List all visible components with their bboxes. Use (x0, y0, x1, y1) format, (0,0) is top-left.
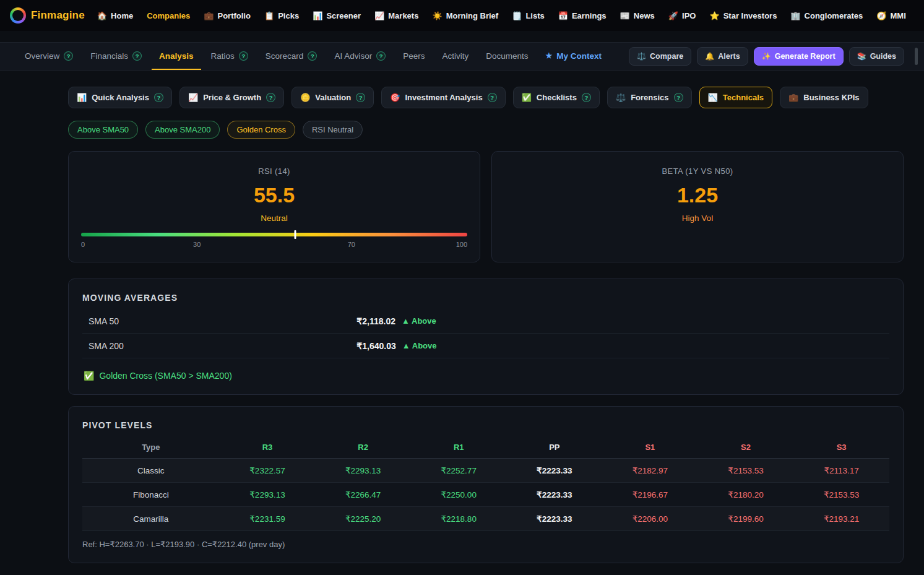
pivot-cell: ₹2266.47 (315, 483, 411, 507)
price-growth-icon: 📈 (188, 93, 198, 102)
topnav-item-mmi[interactable]: 🧭 MMI (876, 11, 906, 20)
tab-ratios[interactable]: Ratios ? (204, 43, 256, 70)
topnav-item-ipo[interactable]: 🚀 IPO (668, 11, 696, 20)
subtab-label: Checklists (537, 93, 577, 102)
valuation-icon: 🪙 (300, 93, 310, 102)
topnav-item-label: News (634, 11, 655, 20)
topnav-item-lists[interactable]: 🗒️ Lists (512, 11, 545, 20)
pivot-reference-line: Ref: H=₹2263.70 · L=₹2193.90 · C=₹2212.4… (82, 531, 889, 549)
gauge-tick: 30 (193, 241, 201, 248)
compare-button[interactable]: ⚖️ Compare (629, 47, 691, 66)
help-icon[interactable]: ? (266, 93, 275, 102)
help-icon[interactable]: ? (488, 93, 497, 102)
tab-ai-advisor[interactable]: AI Advisor ? (327, 43, 393, 70)
help-icon[interactable]: ? (356, 93, 365, 102)
subtab-label: Investment Analysis (405, 93, 482, 102)
help-icon[interactable]: ? (376, 51, 386, 61)
tab-label: Scorecard (266, 51, 304, 61)
tab-activity[interactable]: Activity (434, 43, 476, 70)
quick-analysis-icon: 📊 (77, 93, 87, 102)
company-tabs: Overview ? Financials ? Analysis Ratios … (17, 43, 609, 70)
topnav-item-markets[interactable]: 📈 Markets (374, 11, 418, 20)
topnav-item-home[interactable]: 🏠 Home (97, 11, 133, 20)
topnav-item-portfolio[interactable]: 💼 Portfolio (204, 11, 251, 20)
star-investors-icon: ⭐ (709, 11, 719, 20)
topnav-item-label: Conglomerates (805, 11, 863, 20)
alerts-button[interactable]: 🔔 Alerts (697, 47, 748, 66)
topnav-item-companies[interactable]: Companies (147, 11, 190, 20)
brand[interactable]: Finmagine (10, 7, 85, 24)
pivot-levels-card: PIVOT LEVELS Type R3 R2 R1 PP S1 S2 S3 C… (68, 406, 904, 563)
topnav-item-screener[interactable]: 📊 Screener (313, 11, 361, 20)
tab-analysis[interactable]: Analysis (152, 43, 201, 70)
tab-my-context[interactable]: ★ My Context (538, 43, 609, 70)
rsi-gauge-marker (295, 230, 296, 239)
help-icon[interactable]: ? (154, 93, 163, 102)
topnav-item-news[interactable]: 📰 News (620, 11, 655, 20)
moving-averages-card: MOVING AVERAGES SMA 50 ₹2,118.02 ▲ Above… (68, 279, 904, 395)
morning-brief-icon: ☀️ (432, 11, 442, 20)
pivot-cell: ₹2153.53 (698, 459, 794, 483)
subtab-business-kpis[interactable]: 💼 Business KPIs (780, 87, 868, 108)
subtab-quick-analysis[interactable]: 📊 Quick Analysis ? (68, 87, 172, 108)
chip-golden-cross: Golden Cross (227, 121, 295, 139)
golden-cross-note-text: Golden Cross (SMA50 > SMA200) (99, 371, 231, 381)
generate-report-label: Generate Report (775, 52, 835, 61)
pivot-levels-table: Type R3 R2 R1 PP S1 S2 S3 Classic ₹2322.… (82, 436, 889, 531)
guides-button-label: Guides (870, 52, 896, 61)
help-icon[interactable]: ? (64, 51, 73, 61)
topnav-item-picks[interactable]: 📋 Picks (264, 11, 299, 20)
subtab-label: Forensics (631, 93, 668, 102)
guides-button[interactable]: 📚 Guides (849, 47, 904, 66)
table-row: SMA 50 ₹2,118.02 ▲ Above (82, 309, 889, 334)
table-row: Classic ₹2322.57 ₹2293.13 ₹2252.77 ₹2223… (82, 459, 889, 483)
tab-label: Peers (403, 51, 425, 61)
table-row: Fibonacci ₹2293.13 ₹2266.47 ₹2250.00 ₹22… (82, 483, 889, 507)
home-icon: 🏠 (97, 11, 107, 20)
pivot-row-type: Classic (82, 459, 220, 483)
investment-analysis-icon: 🎯 (390, 93, 400, 102)
tab-financials[interactable]: Financials ? (83, 43, 149, 70)
subtab-technicals[interactable]: 📉 Technicals (699, 87, 772, 108)
subtab-label: Price & Growth (203, 93, 261, 102)
beta-value: 1.25 (504, 183, 891, 207)
generate-report-button[interactable]: ✨ Generate Report (754, 47, 844, 66)
pivot-levels-title: PIVOT LEVELS (82, 420, 889, 430)
screener-icon: 📊 (313, 11, 322, 20)
tab-overview[interactable]: Overview ? (17, 43, 80, 70)
pivot-cell: ₹2218.80 (411, 507, 507, 531)
topnav-item-label: Earnings (572, 11, 607, 20)
help-icon[interactable]: ? (308, 51, 317, 61)
company-tabbar: Overview ? Financials ? Analysis Ratios … (0, 42, 924, 71)
topnav-item-label: Home (111, 11, 133, 20)
subtab-checklists[interactable]: ✅ Checklists ? (513, 87, 600, 108)
pivot-cell: ₹2223.33 (507, 459, 603, 483)
topnav-item-morning-brief[interactable]: ☀️ Morning Brief (432, 11, 498, 20)
pivot-cell: ₹2206.00 (602, 507, 698, 531)
subtab-price-growth[interactable]: 📈 Price & Growth ? (179, 87, 284, 108)
tabbar-scrollbar[interactable] (915, 48, 918, 65)
topnav-items: 🏠 Home Companies 💼 Portfolio 📋 Picks 📊 S… (97, 11, 914, 20)
table-row: Camarilla ₹2231.59 ₹2225.20 ₹2218.80 ₹22… (82, 507, 889, 531)
compare-button-label: Compare (650, 52, 683, 61)
tab-documents[interactable]: Documents (478, 43, 535, 70)
stat-cards: RSI (14) 55.5 Neutral 0 30 70 100 BETA (… (68, 151, 904, 262)
topnav-item-earnings[interactable]: 📅 Earnings (558, 11, 607, 20)
topnav-item-label: MMI (890, 11, 905, 20)
topnav-item-conglomerates[interactable]: 🏢 Conglomerates (790, 11, 863, 20)
pivot-row-type: Camarilla (82, 507, 220, 531)
help-icon[interactable]: ? (582, 93, 591, 102)
help-icon[interactable]: ? (674, 93, 683, 102)
help-icon[interactable]: ? (132, 51, 142, 61)
topnav-item-label: Portfolio (217, 11, 250, 20)
help-icon[interactable]: ? (239, 51, 248, 61)
subtab-forensics[interactable]: ⚖️ Forensics ? (607, 87, 692, 108)
rsi-card-title: RSI (14) (81, 166, 467, 176)
sma50-value: ₹2,118.02 (356, 316, 395, 326)
tab-peers[interactable]: Peers (395, 43, 432, 70)
tab-label: Activity (442, 51, 468, 61)
topnav-item-star-investors[interactable]: ⭐ Star Investors (709, 11, 777, 20)
tab-scorecard[interactable]: Scorecard ? (258, 43, 325, 70)
subtab-investment-analysis[interactable]: 🎯 Investment Analysis ? (381, 87, 505, 108)
subtab-valuation[interactable]: 🪙 Valuation ? (291, 87, 374, 108)
